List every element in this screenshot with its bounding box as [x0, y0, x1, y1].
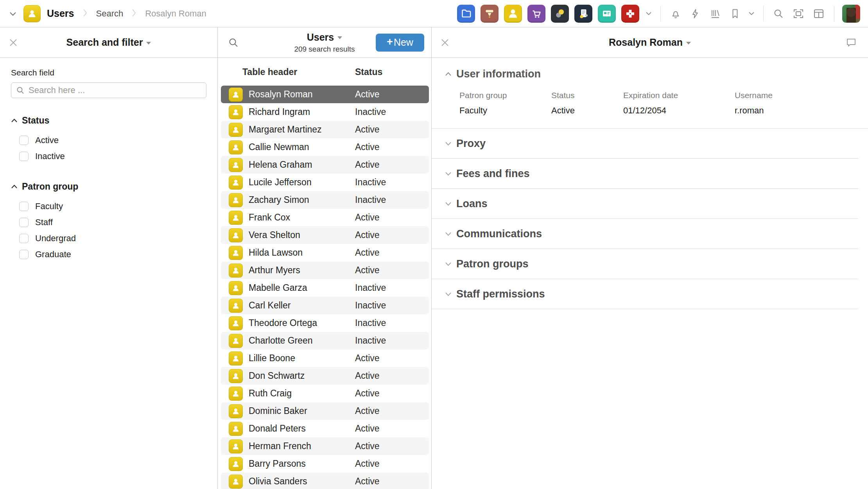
table-row[interactable]: Carl Keller Inactive — [221, 297, 429, 314]
layout-icon[interactable] — [811, 7, 826, 21]
accordion-title: Communications — [456, 228, 542, 240]
row-name: Theodore Ortega — [249, 318, 317, 328]
table-row[interactable]: Richard Ingram Inactive — [221, 103, 429, 121]
user-icon — [229, 140, 243, 154]
field-value: Faculty — [459, 106, 551, 116]
field-column: Status Active — [551, 91, 623, 116]
bell-icon[interactable] — [669, 7, 683, 21]
checkbox-label: Undergrad — [35, 233, 76, 244]
coins-app-icon[interactable] — [551, 5, 569, 23]
cart-app-icon[interactable] — [527, 5, 545, 23]
row-name: Vera Shelton — [249, 230, 300, 240]
accordion-header[interactable]: Communications — [432, 219, 858, 249]
accordion-header[interactable]: Fees and fines — [432, 159, 858, 189]
filter-section-header[interactable]: Patron group — [11, 181, 206, 192]
more-apps-chevron-icon[interactable] — [645, 11, 653, 16]
accordion-header[interactable]: Loans — [432, 189, 858, 219]
user-avatar[interactable] — [842, 5, 860, 23]
checkbox[interactable] — [19, 152, 29, 161]
tag-app-icon[interactable] — [481, 5, 499, 23]
chevron-down-icon — [686, 42, 691, 45]
comment-icon[interactable] — [845, 37, 857, 48]
bookmark-chevron-icon[interactable] — [748, 11, 755, 16]
table-row[interactable]: Lillie Boone Active — [221, 349, 429, 367]
table-row[interactable]: Herman French Active — [221, 437, 429, 455]
table-row[interactable]: Callie Newman Active — [221, 138, 429, 156]
checkbox[interactable] — [19, 218, 29, 227]
row-status: Inactive — [355, 177, 386, 188]
checkbox[interactable] — [19, 202, 29, 211]
close-filter-pane-icon[interactable] — [9, 38, 18, 47]
filter-pane-title[interactable]: Search and filter — [66, 37, 151, 48]
breadcrumb-separator-icon — [83, 8, 88, 19]
chevron-up-icon — [445, 72, 452, 76]
library-icon[interactable] — [708, 7, 723, 21]
filter-section-header[interactable]: Status — [11, 115, 206, 126]
row-status: Inactive — [355, 318, 386, 328]
column-header-name[interactable]: Table header — [242, 66, 297, 77]
column-header-status[interactable]: Status — [355, 66, 382, 77]
table-row[interactable]: Helena Graham Active — [221, 156, 429, 174]
search-input[interactable] — [29, 85, 201, 95]
breadcrumb-search[interactable]: Search — [96, 9, 124, 19]
filter-option: Active — [11, 132, 206, 148]
field-column: Expiration date 01/12/2054 — [623, 91, 735, 116]
row-name: Frank Cox — [249, 212, 290, 223]
table-row[interactable]: Olivia Sanders Active — [221, 473, 429, 489]
row-status: Inactive — [355, 335, 386, 346]
user-icon — [229, 228, 243, 242]
receipt-app-icon[interactable] — [574, 5, 592, 23]
table-row[interactable]: Theodore Ortega Inactive — [221, 314, 429, 332]
table-row[interactable]: Donald Peters Active — [221, 420, 429, 437]
close-detail-pane-icon[interactable] — [440, 38, 450, 47]
user-icon — [229, 105, 243, 119]
users-app-icon[interactable] — [504, 5, 522, 23]
table-row[interactable]: Frank Cox Active — [221, 209, 429, 226]
new-user-button[interactable]: + New — [376, 34, 424, 52]
search-icon[interactable] — [228, 37, 239, 48]
filter-option: Graduate — [11, 246, 206, 262]
accordion-header[interactable]: Proxy — [432, 129, 858, 159]
accordion-header[interactable]: Patron groups — [432, 249, 858, 279]
filter-options: Faculty Staff Undergrad Graduate — [11, 198, 206, 262]
app-switcher-chevron-icon[interactable] — [9, 11, 17, 17]
table-row[interactable]: Rosalyn Roman Active — [221, 86, 429, 103]
lightning-icon[interactable] — [688, 7, 702, 21]
checkbox[interactable] — [19, 234, 29, 243]
table-row[interactable]: Zachary Simon Inactive — [221, 191, 429, 209]
fullscreen-icon[interactable] — [791, 7, 806, 21]
search-field-label: Search field — [11, 68, 206, 77]
search-icon[interactable] — [771, 7, 786, 21]
table-row[interactable]: Don Schwartz Active — [221, 367, 429, 385]
detail-pane-title[interactable]: Rosalyn Roman — [609, 37, 691, 48]
search-input-wrapper — [11, 82, 206, 98]
table-row[interactable]: Hilda Lawson Active — [221, 244, 429, 262]
accordion-title: Patron groups — [456, 258, 529, 270]
table-row[interactable]: Barry Parsons Active — [221, 455, 429, 473]
table-row[interactable]: Ruth Craig Active — [221, 385, 429, 402]
accordion-header[interactable]: Staff permissions — [432, 279, 858, 309]
table-row[interactable]: Mabelle Garza Inactive — [221, 279, 429, 297]
users-app-badge-icon[interactable] — [23, 5, 41, 22]
accordion-title: Proxy — [456, 138, 486, 150]
checkbox[interactable] — [19, 136, 29, 145]
table-row[interactable]: Margaret Martinez Active — [221, 121, 429, 138]
current-app-title[interactable]: Users — [47, 8, 74, 19]
results-pane-title[interactable]: Users — [307, 32, 343, 43]
user-information-header[interactable]: User information — [445, 68, 856, 80]
row-name: Mabelle Garza — [249, 283, 307, 293]
table-row[interactable]: Lucile Jefferson Inactive — [221, 174, 429, 191]
id-card-app-icon[interactable] — [598, 5, 616, 23]
checkbox[interactable] — [19, 250, 29, 259]
user-icon — [229, 263, 243, 278]
cross-app-icon[interactable] — [621, 5, 639, 23]
row-status: Active — [355, 230, 380, 240]
table-row[interactable]: Vera Shelton Active — [221, 226, 429, 244]
bookmark-icon[interactable] — [728, 7, 742, 21]
table-row[interactable]: Dominic Baker Active — [221, 402, 429, 420]
table-row[interactable]: Arthur Myers Active — [221, 262, 429, 279]
folder-app-icon[interactable] — [457, 5, 475, 23]
collapsed-accordions: Proxy Fees and fines Loans Communication… — [432, 129, 868, 309]
table-row[interactable]: Charlotte Green Inactive — [221, 332, 429, 349]
user-icon — [229, 158, 243, 172]
